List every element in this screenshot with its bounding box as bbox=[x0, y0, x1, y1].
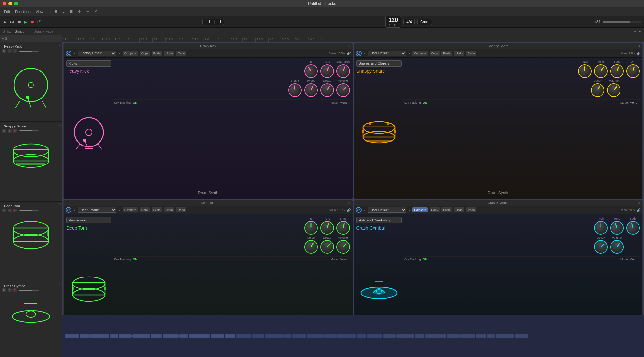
power-btn-crash-cymbal[interactable]: ⏻ bbox=[356, 207, 362, 213]
toolbar-extra-2[interactable]: ⇤ bbox=[639, 30, 641, 33]
nav-next-crash-cymbal[interactable]: › bbox=[408, 208, 411, 212]
nav-prev-crash-cymbal[interactable]: ‹ bbox=[364, 208, 366, 212]
record-button[interactable]: ⏺ bbox=[30, 19, 34, 24]
paste-btn-crash-cymbal[interactable]: Paste bbox=[441, 207, 452, 212]
knob-volume-cc[interactable] bbox=[608, 237, 626, 256]
link-btn-crash-cymbal[interactable]: 🔗 bbox=[637, 208, 640, 212]
knob-snap-dt[interactable] bbox=[335, 220, 351, 236]
compare-btn-snappy-snare[interactable]: Compare bbox=[412, 51, 428, 56]
undo-btn-heavy-kick[interactable]: Undo bbox=[164, 51, 175, 56]
knob-decay-sn[interactable] bbox=[589, 81, 607, 99]
rec-btn-snappy-snare[interactable]: R bbox=[13, 129, 17, 133]
nav-prev-snappy-snare[interactable]: ‹ bbox=[364, 51, 366, 55]
redo-btn-snappy-snare[interactable]: Redo bbox=[466, 51, 477, 56]
panel-close-snappy-snare[interactable]: ✕ bbox=[638, 44, 640, 48]
snap-value[interactable]: Smart bbox=[15, 30, 24, 33]
nav-next-heavy-kick[interactable]: › bbox=[118, 51, 120, 55]
paste-btn-heavy-kick[interactable]: Paste bbox=[152, 51, 162, 56]
key-display[interactable]: Cmaj bbox=[417, 19, 432, 25]
solo-btn-crash-cymbal[interactable]: S bbox=[8, 288, 12, 292]
rec-btn-deep-tom[interactable]: R bbox=[13, 209, 17, 212]
preset-select-heavy-kick[interactable]: Factory Default bbox=[78, 51, 116, 56]
edit-menu[interactable]: Edit bbox=[3, 9, 11, 14]
knob-decay-dt[interactable] bbox=[317, 237, 336, 256]
minimize-button[interactable] bbox=[8, 2, 12, 5]
maximize-button[interactable] bbox=[14, 2, 18, 5]
mute-btn-crash-cymbal[interactable]: M bbox=[2, 288, 6, 292]
position-display[interactable]: 1 1 | 1 bbox=[202, 19, 224, 25]
traffic-lights[interactable] bbox=[3, 2, 18, 5]
undo-btn-deep-tom[interactable]: Undo bbox=[164, 207, 175, 212]
mode-control-crash-cymbal[interactable]: Mode: Mono ↕ bbox=[620, 258, 640, 261]
power-btn-deep-tom[interactable]: ⏻ bbox=[66, 207, 71, 213]
nav-prev-heavy-kick[interactable]: ‹ bbox=[73, 51, 76, 55]
category-select-deep-tom[interactable]: Percussion ↕ bbox=[66, 217, 111, 223]
play-button[interactable]: ▶ bbox=[24, 19, 27, 24]
redo-btn-deep-tom[interactable]: Redo bbox=[176, 207, 186, 212]
volume-slider-deep-tom[interactable] bbox=[19, 210, 39, 211]
knob-dirt-sn[interactable] bbox=[625, 63, 641, 79]
copy-btn-snappy-snare[interactable]: Copy bbox=[430, 51, 440, 56]
fast-forward-button[interactable]: ⏭ bbox=[10, 19, 14, 24]
toolbar-icon-3[interactable]: ⊟ bbox=[69, 9, 74, 14]
functions-menu[interactable]: Functions bbox=[14, 9, 32, 14]
knob-body-cc[interactable] bbox=[625, 220, 641, 236]
knob-noise-dt[interactable] bbox=[302, 238, 320, 256]
rec-btn-crash-cymbal[interactable]: R bbox=[13, 288, 17, 292]
knob-volume-dt[interactable] bbox=[334, 237, 353, 256]
preset-select-deep-tom[interactable]: User Default bbox=[78, 207, 116, 213]
link-btn-heavy-kick[interactable]: 🔗 bbox=[347, 52, 351, 55]
solo-btn-snappy-snare[interactable]: S bbox=[8, 129, 12, 133]
panel-close-heavy-kick[interactable]: ✕ bbox=[348, 44, 351, 48]
knob-volume-hk[interactable] bbox=[334, 80, 353, 99]
mute-btn-snappy-snare[interactable]: M bbox=[2, 129, 6, 133]
volume-slider-crash-cymbal[interactable] bbox=[19, 290, 39, 291]
knob-saturation-hk[interactable] bbox=[335, 63, 351, 79]
panel-close-crash-cymbal[interactable]: ✕ bbox=[638, 201, 640, 205]
undo-btn-crash-cymbal[interactable]: Undo bbox=[454, 207, 464, 212]
knob-tone-hk[interactable] bbox=[318, 62, 336, 80]
knob-sweep-hk[interactable] bbox=[302, 81, 320, 99]
category-select-crash-cymbal[interactable]: Hats and Cymbals ↕ bbox=[356, 217, 402, 223]
knob-volume-sn[interactable] bbox=[604, 80, 623, 99]
view-menu[interactable]: View bbox=[34, 9, 45, 14]
knob-shape-hk[interactable] bbox=[287, 82, 303, 98]
power-btn-snappy-snare[interactable]: ⏻ bbox=[356, 51, 362, 56]
mode-control-deep-tom[interactable]: Mode: Mono ↕ bbox=[330, 258, 350, 261]
panel-close-deep-tom[interactable]: ✕ bbox=[348, 201, 351, 205]
master-volume-slider[interactable] bbox=[603, 21, 641, 23]
toolbar-icon-1[interactable]: ⊞ bbox=[53, 9, 59, 14]
knob-tone-cc[interactable] bbox=[608, 219, 626, 237]
knob-decay-cc[interactable] bbox=[591, 237, 610, 256]
knob-decay-hk[interactable] bbox=[318, 81, 336, 99]
redo-btn-crash-cymbal[interactable]: Redo bbox=[466, 207, 477, 212]
knob-pitch-dt[interactable] bbox=[304, 221, 318, 235]
compare-btn-heavy-kick[interactable]: Compare bbox=[123, 51, 138, 56]
redo-btn-heavy-kick[interactable]: Redo bbox=[176, 51, 186, 56]
knob-tone-dt[interactable] bbox=[318, 219, 336, 237]
volume-slider-snappy-snare[interactable] bbox=[19, 130, 39, 131]
power-btn-heavy-kick[interactable]: ⏻ bbox=[66, 51, 71, 56]
mode-control-heavy-kick[interactable]: Mode: Mono ↕ bbox=[330, 101, 350, 104]
knob-pitch-hk[interactable] bbox=[302, 62, 320, 80]
knob-tone-sn[interactable] bbox=[592, 62, 610, 80]
toolbar-extra-1[interactable]: ⇥ bbox=[634, 30, 636, 33]
mode-control-snappy-snare[interactable]: Mode: Mono ↕ bbox=[620, 101, 640, 104]
time-sig-display[interactable]: 4/4 bbox=[403, 19, 415, 25]
preset-select-snappy-snare[interactable]: User Default bbox=[368, 51, 406, 56]
rec-btn-heavy-kick[interactable]: R bbox=[13, 49, 17, 53]
nav-next-deep-tom[interactable]: › bbox=[118, 208, 120, 212]
knob-pitch-sn[interactable] bbox=[578, 64, 592, 78]
knob-pitch-cc[interactable] bbox=[594, 221, 608, 235]
knob-body-sn[interactable] bbox=[608, 62, 626, 80]
toolbar-icon-2[interactable]: ≡ bbox=[61, 9, 66, 14]
category-select-snappy-snare[interactable]: Snares and Claps ↕ bbox=[356, 60, 402, 67]
mute-btn-deep-tom[interactable]: M bbox=[2, 209, 6, 212]
rewind-button[interactable]: ⏮ bbox=[3, 19, 7, 24]
paste-btn-deep-tom[interactable]: Paste bbox=[152, 207, 162, 212]
compare-btn-crash-cymbal[interactable]: Compare bbox=[412, 207, 428, 212]
mute-btn-heavy-kick[interactable]: M bbox=[2, 49, 6, 53]
solo-btn-heavy-kick[interactable]: S bbox=[8, 49, 12, 53]
stop-button[interactable]: ⏹ bbox=[17, 19, 21, 24]
piano-roll-area[interactable] bbox=[62, 315, 644, 357]
